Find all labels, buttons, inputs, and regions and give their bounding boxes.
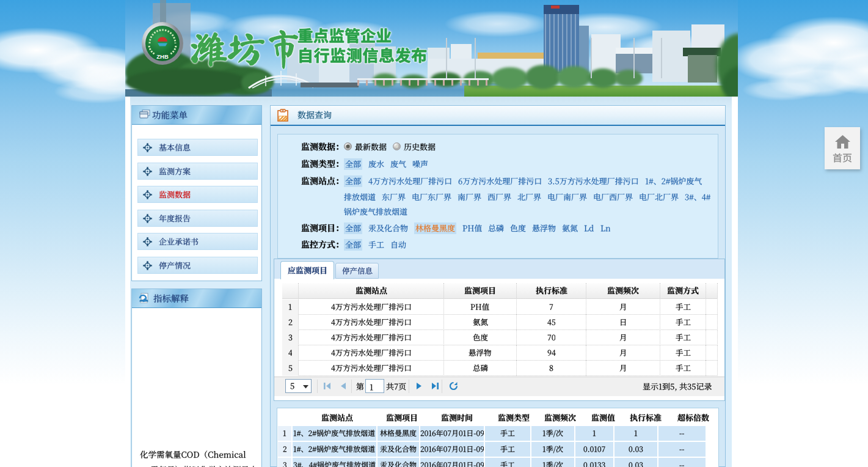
svg-text:ZHB: ZHB <box>156 53 169 60</box>
